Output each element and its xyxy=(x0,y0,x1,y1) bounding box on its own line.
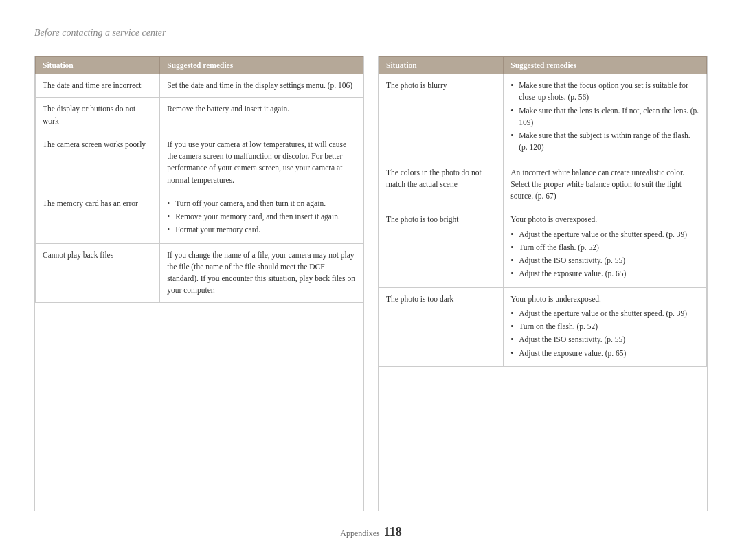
bullet-item: Make sure that the focus option you set … xyxy=(510,80,699,104)
left-remedy-cell: Remove the battery and insert it again. xyxy=(160,98,363,133)
bullet-item: Remove your memory card, and then insert… xyxy=(167,211,356,223)
left-col1-header: Situation xyxy=(36,57,160,74)
right-table-row: The photo is blurryMake sure that the fo… xyxy=(379,74,707,161)
left-remedy-cell: Set the date and time in the display set… xyxy=(160,74,363,98)
right-table-row: The photo is too brightYour photo is ove… xyxy=(379,208,707,287)
right-situation-cell: The photo is too bright xyxy=(379,208,504,287)
bullet-item: Adjust the ISO sensitivity. (p. 55) xyxy=(510,255,699,267)
right-table-body: The photo is blurryMake sure that the fo… xyxy=(379,74,707,367)
left-table-body: The date and time are incorrectSet the d… xyxy=(36,74,363,303)
bullet-item: Adjust the aperture value or the shutter… xyxy=(510,308,699,320)
right-remedy-cell: An incorrect white balance can create un… xyxy=(504,161,707,208)
page: Before contacting a service center Situa… xyxy=(0,0,742,560)
bullet-item: Turn off the flash. (p. 52) xyxy=(510,242,699,254)
right-col1-header: Situation xyxy=(379,57,504,74)
remedy-intro: Your photo is underexposed. xyxy=(510,293,699,305)
footer-page-number: 118 xyxy=(384,525,402,539)
left-situation-cell: Cannot play back files xyxy=(36,243,160,302)
bullet-item: Adjust the exposure value. (p. 65) xyxy=(510,348,699,359)
left-remedy-cell: Turn off your camera, and then turn it o… xyxy=(160,192,363,243)
left-table-header-row: Situation Suggested remedies xyxy=(36,57,363,74)
tables-row: Situation Suggested remedies The date an… xyxy=(34,56,708,511)
bullet-item: Adjust the ISO sensitivity. (p. 55) xyxy=(510,334,699,346)
left-situation-cell: The display or buttons do not work xyxy=(36,98,160,133)
footer-text: Appendixes xyxy=(340,528,379,538)
right-table-container: Situation Suggested remedies The photo i… xyxy=(378,56,708,511)
left-table-row: The date and time are incorrectSet the d… xyxy=(36,74,363,98)
footer: Appendixes 118 xyxy=(34,525,708,539)
page-title-section: Before contacting a service center xyxy=(34,27,708,43)
bullet-item: Adjust the exposure value. (p. 65) xyxy=(510,268,699,280)
left-remedy-cell: If you use your camera at low temperatur… xyxy=(160,133,363,192)
page-title: Before contacting a service center xyxy=(34,27,708,43)
left-situation-cell: The camera screen works poorly xyxy=(36,133,160,192)
left-table-row: The display or buttons do not workRemove… xyxy=(36,98,363,133)
left-situation-cell: The date and time are incorrect xyxy=(36,74,160,98)
left-table-row: The camera screen works poorlyIf you use… xyxy=(36,133,363,192)
right-situation-cell: The colors in the photo do not match the… xyxy=(379,161,504,208)
bullet-item: Format your memory card. xyxy=(167,224,356,236)
left-table: Situation Suggested remedies The date an… xyxy=(35,56,363,303)
right-table-row: The colors in the photo do not match the… xyxy=(379,161,707,208)
right-col2-header: Suggested remedies xyxy=(504,57,707,74)
left-table-row: The memory card has an errorTurn off you… xyxy=(36,192,363,243)
right-situation-cell: The photo is too dark xyxy=(379,287,504,366)
bullet-item: Turn on the flash. (p. 52) xyxy=(510,321,699,333)
bullet-item: Turn off your camera, and then turn it o… xyxy=(167,198,356,210)
remedy-intro: Your photo is overexposed. xyxy=(510,214,699,225)
left-situation-cell: The memory card has an error xyxy=(36,192,160,243)
left-col2-header: Suggested remedies xyxy=(160,57,363,74)
bullet-item: Make sure that the lens is clean. If not… xyxy=(510,105,699,129)
left-table-row: Cannot play back filesIf you change the … xyxy=(36,243,363,302)
right-table-header-row: Situation Suggested remedies xyxy=(379,57,707,74)
left-table-container: Situation Suggested remedies The date an… xyxy=(34,56,364,511)
right-situation-cell: The photo is blurry xyxy=(379,74,504,161)
right-table-row: The photo is too darkYour photo is under… xyxy=(379,287,707,366)
right-table: Situation Suggested remedies The photo i… xyxy=(379,56,707,367)
left-remedy-cell: If you change the name of a file, your c… xyxy=(160,243,363,302)
bullet-item: Adjust the aperture value or the shutter… xyxy=(510,229,699,240)
right-remedy-cell: Your photo is underexposed.Adjust the ap… xyxy=(504,287,707,366)
right-remedy-cell: Make sure that the focus option you set … xyxy=(504,74,707,161)
bullet-item: Make sure that the subject is within ran… xyxy=(510,130,699,154)
right-remedy-cell: Your photo is overexposed.Adjust the ape… xyxy=(504,208,707,287)
